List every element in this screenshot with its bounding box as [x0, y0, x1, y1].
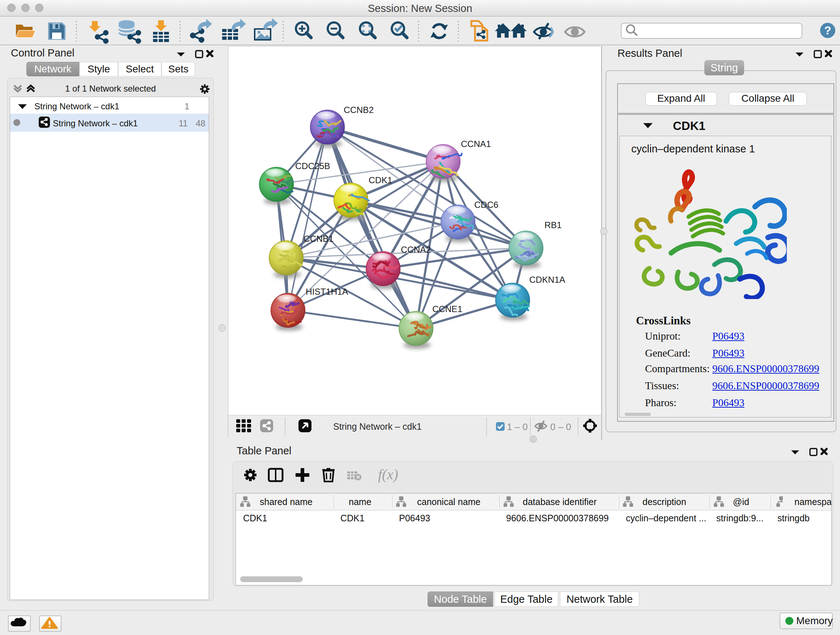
svg-text:RB1: RB1: [545, 220, 562, 230]
svg-text:CCNB2: CCNB2: [344, 105, 374, 115]
svg-text:f(x): f(x): [378, 466, 398, 483]
svg-text:CCNA2: CCNA2: [401, 245, 431, 255]
svg-text:?: ?: [824, 24, 831, 37]
svg-text:CCNB1: CCNB1: [303, 234, 333, 244]
svg-text:HIST1H1A: HIST1H1A: [306, 287, 348, 296]
svg-text:CDC6: CDC6: [474, 200, 499, 210]
svg-text:CCNE1: CCNE1: [432, 304, 462, 314]
svg-text:CDK1: CDK1: [369, 175, 392, 185]
svg-text:CCNA1: CCNA1: [461, 139, 491, 149]
svg-text:CDC25B: CDC25B: [295, 161, 330, 171]
svg-text:CDKN1A: CDKN1A: [529, 275, 565, 285]
